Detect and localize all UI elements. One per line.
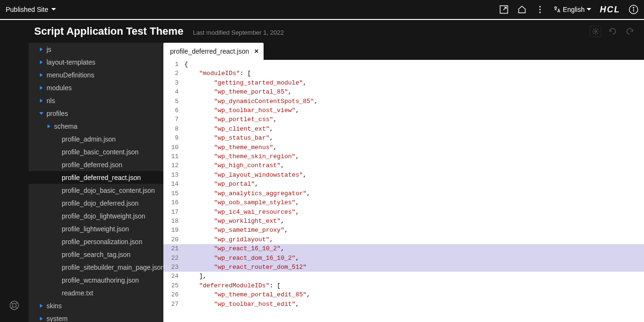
code-text[interactable]: ], — [184, 272, 207, 281]
launch-icon[interactable] — [499, 5, 509, 14]
tree-label: profile_dojo_lightweight.json — [62, 212, 145, 220]
line-number: 22 — [163, 254, 184, 263]
code-text[interactable]: "wp_react_16_10_2", — [184, 244, 284, 253]
code-line[interactable]: 6 "wp_toolbar_host_view", — [163, 106, 644, 115]
tree-folder-menudefinitions[interactable]: menuDefinitions — [28, 68, 163, 81]
code-line[interactable]: 8 "wp_client_ext", — [163, 124, 644, 133]
tree-folder-schema[interactable]: schema — [28, 120, 163, 133]
code-line[interactable]: 10 "wp_theme_menus", — [163, 143, 644, 152]
code-text[interactable]: "wp_toolbar_host_edit", — [184, 300, 299, 309]
code-text[interactable]: "wp_status_bar", — [184, 133, 273, 142]
line-number: 9 — [163, 133, 184, 142]
code-text[interactable]: "wp_gridlayout", — [184, 235, 273, 244]
code-line[interactable]: 27 "wp_toolbar_host_edit", — [163, 300, 644, 309]
code-text[interactable]: "wp_analytics_aggregator", — [184, 189, 310, 198]
code-text[interactable]: "wp_worklight_ext", — [184, 217, 284, 226]
tree-folder-nls[interactable]: nls — [28, 94, 163, 107]
tree-file-profile-dojo-lightweight[interactable]: profile_dojo_lightweight.json — [28, 209, 163, 222]
code-line[interactable]: 11 "wp_theme_skin_region", — [163, 152, 644, 161]
tree-file-profile-lightweight[interactable]: profile_lightweight.json — [28, 222, 163, 235]
close-icon[interactable]: ✕ — [254, 48, 259, 55]
code-line[interactable]: 26 "wp_theme_portal_edit_85", — [163, 290, 644, 299]
code-line[interactable]: 9 "wp_status_bar", — [163, 133, 644, 142]
code-text[interactable]: "wp_oob_sample_styles", — [184, 198, 299, 207]
code-line[interactable]: 5 "wp_dynamicContentSpots_85", — [163, 97, 644, 106]
code-text[interactable]: { — [184, 60, 188, 69]
code-text[interactable]: "wp_portlet_css", — [184, 115, 277, 124]
code-text[interactable]: "wp_portal", — [184, 180, 258, 189]
site-dropdown[interactable]: Published Site — [6, 6, 56, 13]
tree-file-profile-deferred[interactable]: profile_deferred.json — [28, 158, 163, 171]
code-text[interactable]: "wp_theme_portal_edit_85", — [184, 290, 310, 299]
code-line[interactable]: 13 "wp_layout_windowstates", — [163, 170, 644, 180]
code-line[interactable]: 4 "wp_theme_portal_85", — [163, 87, 644, 96]
subheader-right — [590, 26, 635, 37]
language-selector[interactable]: English — [553, 6, 591, 13]
tree-folder-skins[interactable]: skins — [28, 299, 163, 312]
line-number: 25 — [163, 281, 184, 290]
code-text[interactable]: "moduleIDs": [ — [184, 69, 251, 78]
home-icon[interactable] — [517, 5, 527, 14]
tree-folder-profiles[interactable]: profiles — [28, 107, 163, 120]
lifebuoy-icon[interactable] — [9, 300, 19, 311]
code-line[interactable]: 1{ — [163, 60, 644, 69]
code-text[interactable]: "wp_toolbar_host_view", — [184, 106, 299, 115]
tree-file-profile-dojo-deferred[interactable]: profile_dojo_deferred.json — [28, 197, 163, 209]
tree-folder-layout-templates[interactable]: layout-templates — [28, 56, 163, 68]
code-line[interactable]: 16 "wp_oob_sample_styles", — [163, 198, 644, 207]
code-line[interactable]: 18 "wp_worklight_ext", — [163, 217, 644, 226]
code-line[interactable]: 23 "wp_react_router_dom_512" — [163, 263, 644, 272]
tab-active[interactable]: profile_deferred_react.json ✕ — [163, 43, 264, 60]
code-line[interactable]: 15 "wp_analytics_aggregator", — [163, 189, 644, 198]
code-line[interactable]: 19 "wp_sametime_proxy", — [163, 226, 644, 235]
code-text[interactable]: "deferredModuleIDs": [ — [184, 281, 281, 290]
tree-label: modules — [47, 84, 72, 92]
code-line[interactable]: 20 "wp_gridlayout", — [163, 235, 644, 244]
code-text[interactable]: "wp_theme_menus", — [184, 143, 277, 152]
code-line[interactable]: 21 "wp_react_16_10_2", — [163, 244, 644, 253]
file-tree[interactable]: js layout-templates menuDefinitions modu… — [28, 43, 163, 322]
code-line[interactable]: 7 "wp_portlet_css", — [163, 115, 644, 124]
code-area[interactable]: 1{2 "moduleIDs": [3 "getting_started_mod… — [163, 60, 644, 322]
code-text[interactable]: "wp_theme_skin_region", — [184, 152, 299, 161]
code-text[interactable]: "wp_react_router_dom_512" — [184, 263, 307, 272]
tree-folder-js[interactable]: js — [28, 43, 163, 56]
tree-folder-system[interactable]: system — [28, 312, 163, 322]
line-number: 26 — [163, 290, 184, 299]
redo-icon[interactable] — [624, 26, 635, 37]
tree-file-profile-sitebuilder-main-page[interactable]: profile_sitebuilder_main_page.json — [28, 261, 163, 274]
tree-file-profile-wcmauthoring[interactable]: profile_wcmauthoring.json — [28, 274, 163, 286]
code-line[interactable]: 24 ], — [163, 272, 644, 281]
code-text[interactable]: "wp_react_dom_16_10_2", — [184, 254, 299, 263]
code-line[interactable]: 3 "getting_started_module", — [163, 78, 644, 87]
tree-file-profile-deferred-react[interactable]: profile_deferred_react.json — [28, 171, 163, 184]
code-text[interactable]: "getting_started_module", — [184, 78, 307, 87]
code-line[interactable]: 2 "moduleIDs": [ — [163, 69, 644, 78]
kebab-menu-icon[interactable] — [535, 5, 545, 14]
code-line[interactable]: 12 "wp_high_contrast", — [163, 161, 644, 170]
code-text[interactable]: "wp_high_contrast", — [184, 161, 284, 170]
code-text[interactable]: "wp_sametime_proxy", — [184, 226, 288, 235]
code-text[interactable]: "wp_client_ext", — [184, 124, 273, 133]
code-text[interactable]: "wp_theme_portal_85", — [184, 87, 292, 96]
code-text[interactable]: "wp_layout_windowstates", — [184, 170, 307, 180]
tree-file-readme[interactable]: readme.txt — [28, 286, 163, 299]
last-modified: Last modified September 1, 2022 — [193, 29, 284, 36]
tree-file-profile-personalization[interactable]: profile_personalization.json — [28, 235, 163, 248]
tree-file-profile-search-tag[interactable]: profile_search_tag.json — [28, 248, 163, 261]
tree-file-profile-basic-content[interactable]: profile_basic_content.json — [28, 145, 163, 158]
line-number: 15 — [163, 189, 184, 198]
tree-folder-modules[interactable]: modules — [28, 81, 163, 94]
line-number: 21 — [163, 244, 184, 253]
settings-icon[interactable] — [590, 26, 601, 37]
code-line[interactable]: 14 "wp_portal", — [163, 180, 644, 189]
code-text[interactable]: "wp_ic4_wai_resources", — [184, 208, 299, 217]
code-line[interactable]: 17 "wp_ic4_wai_resources", — [163, 208, 644, 217]
code-line[interactable]: 22 "wp_react_dom_16_10_2", — [163, 254, 644, 263]
tree-file-profile-dojo-basic-content[interactable]: profile_dojo_basic_content.json — [28, 184, 163, 197]
code-text[interactable]: "wp_dynamicContentSpots_85", — [184, 97, 318, 106]
tree-file-profile-admin[interactable]: profile_admin.json — [28, 133, 163, 145]
info-icon[interactable] — [629, 5, 638, 14]
code-line[interactable]: 25 "deferredModuleIDs": [ — [163, 281, 644, 290]
undo-icon[interactable] — [607, 26, 618, 37]
